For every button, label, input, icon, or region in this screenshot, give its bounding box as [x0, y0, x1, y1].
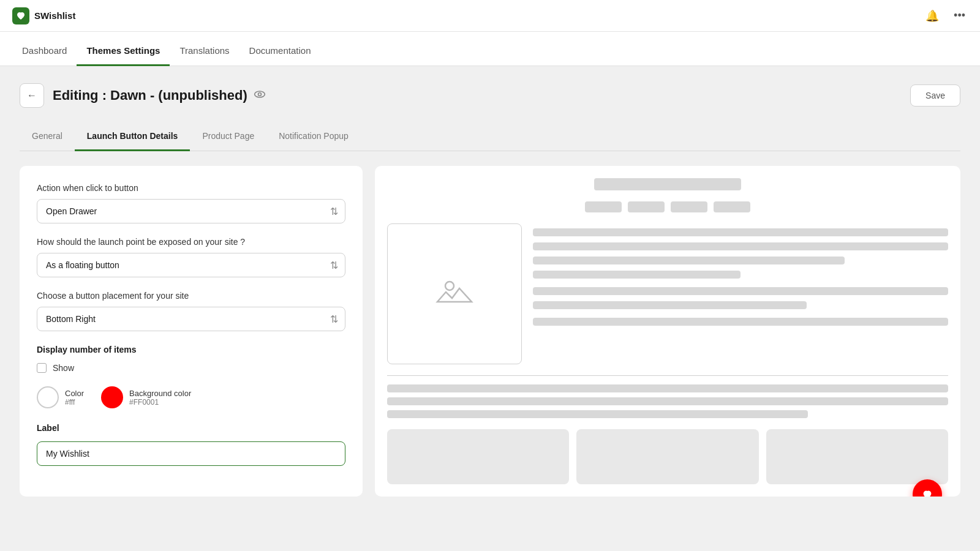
display-number-title: Display number of items: [37, 345, 345, 354]
preview-product-image: [387, 223, 522, 364]
svg-point-0: [254, 91, 265, 97]
action-section: Action when click to button Open Drawer …: [37, 183, 345, 223]
bell-icon: 🔔: [925, 10, 939, 22]
bell-button[interactable]: 🔔: [923, 7, 941, 25]
show-checkbox[interactable]: [37, 363, 47, 373]
action-select[interactable]: Open Drawer Open Page Open Modal: [37, 199, 345, 223]
two-col-layout: Action when click to button Open Drawer …: [20, 166, 960, 497]
more-icon: •••: [954, 9, 965, 21]
page-title: Editing : Dawn - (unpublished): [53, 88, 266, 103]
preview-long-line-3: [387, 410, 808, 418]
color-item-fg: Color #fff: [37, 386, 84, 408]
nav-tab-themes-settings[interactable]: Themes Settings: [77, 45, 170, 66]
preview-text-lines: [533, 223, 948, 364]
preview-grid-2: [576, 429, 758, 484]
right-panel: [375, 166, 960, 497]
expose-select[interactable]: As a floating button In navigation bar C…: [37, 253, 345, 277]
sub-tab-notification-popup[interactable]: Notification Popup: [266, 125, 361, 151]
placement-select-wrapper: Bottom Right Bottom Left Top Right Top L…: [37, 307, 345, 331]
placement-label: Choose a button placement for your site: [37, 291, 345, 301]
color-hex-fg: #fff: [65, 398, 84, 407]
svg-point-3: [445, 282, 454, 290]
preview-nav-1: [585, 201, 622, 212]
app-logo: SWishlist: [12, 7, 75, 24]
preview-line-2: [533, 242, 948, 250]
display-number-section: Display number of items Show: [37, 345, 345, 373]
placement-select[interactable]: Bottom Right Bottom Left Top Right Top L…: [37, 307, 345, 331]
preview-line-4: [533, 271, 741, 279]
sub-tabs: General Launch Button Details Product Pa…: [20, 125, 960, 151]
app-name: SWishlist: [34, 10, 75, 21]
preview-nav-2: [628, 201, 665, 212]
left-panel: Action when click to button Open Drawer …: [20, 166, 363, 497]
label-section: Label: [37, 423, 345, 466]
preview-grid-3: [766, 429, 948, 484]
action-select-wrapper: Open Drawer Open Page Open Modal ⇅: [37, 199, 345, 223]
preview-divider-1: [387, 375, 948, 376]
eye-icon[interactable]: [254, 88, 266, 103]
color-info-bg: Background color #FF0001: [129, 389, 191, 407]
color-hex-bg: #FF0001: [129, 398, 191, 407]
show-label: Show: [53, 363, 74, 373]
nav-tab-dashboard[interactable]: Dashboard: [12, 45, 77, 66]
color-swatch-bg[interactable]: [101, 386, 123, 408]
svg-point-1: [258, 92, 261, 96]
preview-header-skeleton: [594, 178, 741, 190]
preview-nav-4: [714, 201, 750, 212]
color-name-bg: Background color: [129, 389, 191, 398]
image-placeholder-icon: [435, 271, 474, 317]
preview-inner: [387, 178, 948, 484]
svg-rect-2: [435, 271, 474, 310]
back-icon: ←: [27, 90, 37, 101]
color-name-fg: Color: [65, 389, 84, 398]
nav-tab-translations[interactable]: Translations: [170, 45, 239, 66]
topbar: SWishlist 🔔 •••: [0, 0, 980, 32]
expose-select-wrapper: As a floating button In navigation bar C…: [37, 253, 345, 277]
preview-line-6: [533, 301, 807, 309]
preview-grid-1: [387, 429, 569, 484]
main-nav: Dashboard Themes Settings Translations D…: [0, 32, 980, 66]
expose-label: How should the launch point be exposed o…: [37, 237, 345, 247]
main-content: ← Editing : Dawn - (unpublished) Save Ge…: [0, 66, 980, 551]
preview-line-7: [533, 318, 948, 326]
sub-tab-product-page[interactable]: Product Page: [190, 125, 266, 151]
topbar-right: 🔔 •••: [923, 7, 968, 25]
logo-icon: [12, 7, 29, 24]
preview-long-line-1: [387, 384, 948, 392]
preview-nav-3: [671, 201, 707, 212]
back-button[interactable]: ←: [20, 83, 44, 108]
label-title: Label: [37, 423, 345, 433]
preview-line-1: [533, 228, 948, 236]
preview-product-row: [387, 223, 948, 364]
sub-tab-general[interactable]: General: [20, 125, 75, 151]
color-row: Color #fff Background color #FF0001: [37, 386, 345, 408]
sub-tab-launch-button-details[interactable]: Launch Button Details: [75, 125, 190, 151]
color-info-fg: Color #fff: [65, 389, 84, 407]
preview-nav-skeleton: [387, 201, 948, 212]
more-button[interactable]: •••: [951, 7, 968, 24]
header-row: ← Editing : Dawn - (unpublished) Save: [20, 83, 960, 108]
color-swatch-fg[interactable]: [37, 386, 59, 408]
expose-section: How should the launch point be exposed o…: [37, 237, 345, 277]
preview-line-3: [533, 257, 845, 264]
show-checkbox-row: Show: [37, 363, 345, 373]
label-input[interactable]: [37, 441, 345, 466]
color-item-bg: Background color #FF0001: [101, 386, 191, 408]
preview-line-5: [533, 287, 948, 295]
preview-content: [387, 178, 948, 484]
preview-long-line-2: [387, 397, 948, 405]
nav-tab-documentation[interactable]: Documentation: [239, 45, 321, 66]
save-button[interactable]: Save: [910, 84, 960, 107]
placement-section: Choose a button placement for your site …: [37, 291, 345, 331]
preview-bottom-grid: [387, 429, 948, 484]
action-label: Action when click to button: [37, 183, 345, 193]
